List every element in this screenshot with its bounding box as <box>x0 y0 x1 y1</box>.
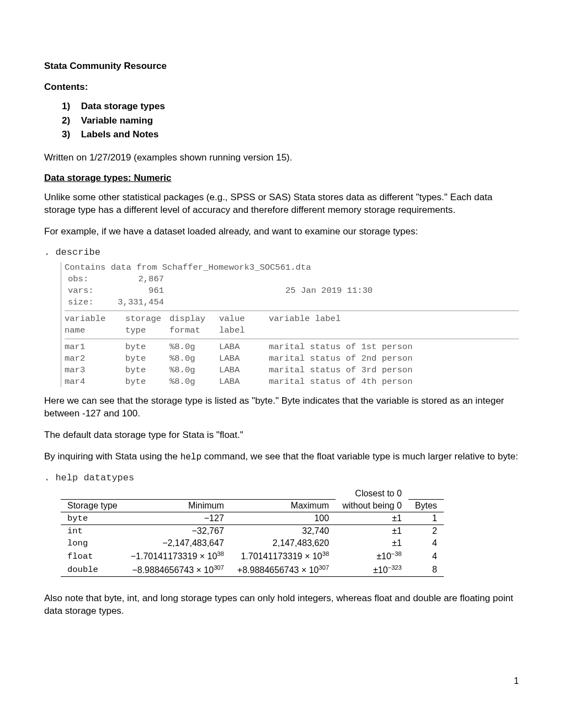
variable-label: marital status of 1st person <box>269 341 519 353</box>
toc-num: 3) <box>62 127 78 142</box>
dt-max: 1.70141173319 × 1038 <box>231 549 336 563</box>
paragraph: The default data storage type for Stata … <box>44 429 519 442</box>
table-of-contents: 1) Data storage types 2) Variable naming… <box>62 99 519 142</box>
dt-bytes: 4 <box>408 537 444 549</box>
size-label: size: <box>65 297 109 308</box>
storage-type: byte <box>125 365 169 376</box>
written-on: Written on 1/27/2019 (examples shown run… <box>44 152 519 164</box>
col-header: Minimum <box>124 500 231 512</box>
table-row: byte −127 100 ±1 1 <box>61 512 444 525</box>
paragraph: Also note that byte, int, and long stora… <box>44 592 519 618</box>
toc-label: Labels and Notes <box>81 129 159 140</box>
table-row: float −1.70141173319 × 1038 1.7014117331… <box>61 549 444 563</box>
section-heading: Data storage types: Numeric <box>44 173 519 184</box>
size-value: 3,331,454 <box>109 297 164 308</box>
text-fragment: command, we see that the float variable … <box>201 451 518 462</box>
table-row: mar2 byte %8.0g LABA marital status of 2… <box>65 353 519 365</box>
dt-type: double <box>61 563 124 577</box>
datatypes-table: Closest to 0 Storage type Minimum Maximu… <box>61 488 444 577</box>
dt-bytes: 1 <box>408 512 444 525</box>
table-row: mar1 byte %8.0g LABA marital status of 1… <box>65 341 519 353</box>
storage-type: byte <box>125 376 169 388</box>
dt-close: ±1 <box>336 512 408 525</box>
variable-label: marital status of 2nd person <box>269 353 519 365</box>
dt-min: −1.70141173319 × 1038 <box>124 549 231 563</box>
col-header <box>124 488 231 500</box>
col-header: without being 0 <box>336 500 408 512</box>
command-help-datatypes: . help datatypes <box>44 473 519 483</box>
dt-close: ±1 <box>336 537 408 549</box>
col-header <box>408 488 444 500</box>
obs-label: obs: <box>65 274 109 285</box>
dt-bytes: 4 <box>408 549 444 563</box>
dt-max: +8.9884656743 × 10307 <box>231 563 336 577</box>
dt-min: −127 <box>124 512 231 525</box>
command-describe: . describe <box>44 247 519 258</box>
toc-item: 3) Labels and Notes <box>62 127 519 142</box>
toc-num: 1) <box>62 99 78 114</box>
display-format: %8.0g <box>169 376 219 388</box>
col-header: Storage type <box>61 500 124 512</box>
var-name: mar2 <box>65 353 125 365</box>
value-label: LABA <box>219 365 269 376</box>
display-format: %8.0g <box>169 353 219 365</box>
dt-min: −2,147,483,647 <box>124 537 231 549</box>
paragraph: By inquiring with Stata using the help c… <box>44 451 519 464</box>
col-header <box>61 488 124 500</box>
col-header: Closest to 0 <box>336 488 408 500</box>
table-row: int −32,767 32,740 ±1 2 <box>61 525 444 538</box>
dt-type: float <box>61 549 124 563</box>
value-label: LABA <box>219 341 269 353</box>
stata-contains-line: Contains data from Schaffer_Homework3_SO… <box>65 262 519 274</box>
paragraph: Here we can see that the storage type is… <box>44 395 519 420</box>
inline-code: help <box>180 452 201 462</box>
display-format: %8.0g <box>169 365 219 376</box>
text-fragment: By inquiring with Stata using the <box>44 451 180 462</box>
col-header: variable name <box>65 313 125 336</box>
col-header: Maximum <box>231 500 336 512</box>
toc-label: Data storage types <box>81 101 165 111</box>
dt-type: int <box>61 525 124 538</box>
dt-close: ±10−323 <box>336 563 408 577</box>
table-row: mar4 byte %8.0g LABA marital status of 4… <box>65 376 519 388</box>
dt-min: −8.9884656743 × 10307 <box>124 563 231 577</box>
dt-type: long <box>61 537 124 549</box>
obs-value: 2,867 <box>109 274 164 285</box>
col-header: display format <box>169 313 219 336</box>
table-row: long −2,147,483,647 2,147,483,620 ±1 4 <box>61 537 444 549</box>
stata-date: 25 Jan 2019 11:30 <box>164 285 519 297</box>
table-row: mar3 byte %8.0g LABA marital status of 3… <box>65 365 519 376</box>
col-header: variable label <box>269 313 519 336</box>
dt-max: 2,147,483,620 <box>231 537 336 549</box>
dt-bytes: 8 <box>408 563 444 577</box>
paragraph: For example, if we have a dataset loaded… <box>44 226 519 238</box>
stata-output-describe: Contains data from Schaffer_Homework3_SO… <box>61 262 519 387</box>
toc-label: Variable naming <box>81 115 153 126</box>
contents-label: Contents: <box>44 82 519 93</box>
col-header <box>231 488 336 500</box>
variable-label: marital status of 3rd person <box>269 365 519 376</box>
dt-close: ±10−38 <box>336 549 408 563</box>
col-header: storage type <box>125 313 169 336</box>
var-name: mar4 <box>65 376 125 388</box>
storage-type: byte <box>125 341 169 353</box>
toc-item: 1) Data storage types <box>62 99 519 114</box>
page-title: Stata Community Resource <box>44 61 519 72</box>
page-number: 1 <box>514 676 519 686</box>
vars-value: 961 <box>109 285 164 297</box>
dt-bytes: 2 <box>408 525 444 538</box>
display-format: %8.0g <box>169 341 219 353</box>
col-header: value label <box>219 313 269 336</box>
dt-max: 32,740 <box>231 525 336 538</box>
storage-type: byte <box>125 353 169 365</box>
dt-min: −32,767 <box>124 525 231 538</box>
toc-item: 2) Variable naming <box>62 114 519 128</box>
dt-max: 100 <box>231 512 336 525</box>
col-header: Bytes <box>408 500 444 512</box>
variable-label: marital status of 4th person <box>269 376 519 388</box>
dt-close: ±1 <box>336 525 408 538</box>
value-label: LABA <box>219 376 269 388</box>
value-label: LABA <box>219 353 269 365</box>
vars-label: vars: <box>65 285 109 297</box>
var-name: mar3 <box>65 365 125 376</box>
